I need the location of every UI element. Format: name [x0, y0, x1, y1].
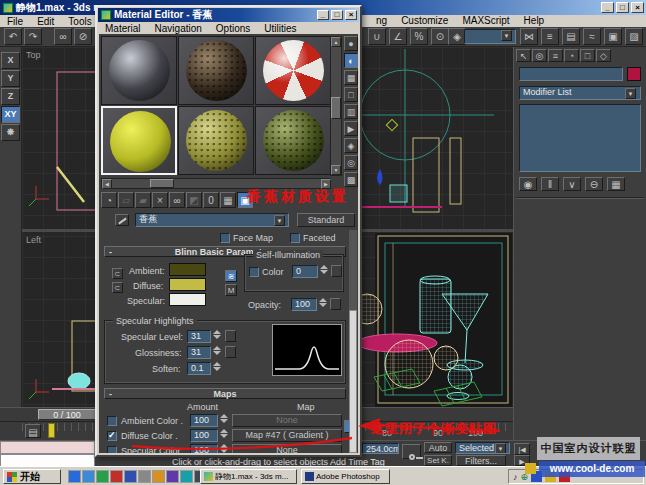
- snap-toggle-icon[interactable]: ∪: [368, 28, 386, 45]
- sample-type-icon[interactable]: ●: [344, 36, 358, 51]
- specular-map-button[interactable]: None: [232, 444, 342, 453]
- angle-snap-icon[interactable]: ∠: [389, 28, 407, 45]
- schematic-view-icon[interactable]: ▣: [604, 28, 622, 45]
- menu-tools[interactable]: Tools: [61, 16, 98, 27]
- menu-options[interactable]: Options: [209, 23, 257, 34]
- sample-slot[interactable]: [178, 36, 254, 105]
- set-key-button[interactable]: Set K.: [424, 455, 452, 466]
- background-icon[interactable]: ▦: [344, 70, 358, 85]
- sample-slot[interactable]: [255, 106, 331, 175]
- sample-slots-vertical-scrollbar[interactable]: ▲ ▼: [330, 36, 342, 176]
- layer-manager-icon[interactable]: ▤: [562, 28, 580, 45]
- configure-modifier-sets-icon[interactable]: ▦: [607, 177, 625, 191]
- opacity-map-button[interactable]: [330, 298, 341, 310]
- menu-file[interactable]: File: [0, 16, 30, 27]
- minimize-icon[interactable]: _: [317, 10, 329, 20]
- glossiness-map-button[interactable]: [225, 346, 236, 358]
- sample-slot-active[interactable]: [101, 106, 177, 175]
- scroll-down-icon[interactable]: ▼: [331, 165, 341, 175]
- time-slider-handle[interactable]: 0 / 100: [38, 409, 96, 420]
- diffuse-amount-spinner[interactable]: [220, 429, 228, 438]
- make-material-copy-icon[interactable]: ∞: [169, 192, 185, 208]
- specular-level-field[interactable]: 31: [187, 330, 211, 343]
- maxscript-listener-pink[interactable]: [0, 441, 95, 454]
- rollout-maps[interactable]: -Maps: [104, 388, 346, 399]
- quick-launch-icon[interactable]: [124, 470, 137, 483]
- sample-slot[interactable]: [178, 106, 254, 175]
- redo-icon[interactable]: ↷: [24, 28, 42, 45]
- diffuse-amount-field[interactable]: 100: [190, 429, 218, 442]
- soften-field[interactable]: 0.1: [187, 362, 211, 375]
- chevron-down-icon[interactable]: ▼: [625, 88, 636, 99]
- hierarchy-tab-icon[interactable]: ≡: [548, 49, 563, 62]
- options-icon[interactable]: ◈: [344, 138, 358, 153]
- opacity-spinner[interactable]: [319, 298, 327, 307]
- remove-modifier-icon[interactable]: ⊖: [585, 177, 603, 191]
- put-to-library-icon[interactable]: ◩: [186, 192, 202, 208]
- percent-snap-icon[interactable]: %: [410, 28, 428, 45]
- auto-key-button[interactable]: Auto: [424, 442, 452, 453]
- material-type-button[interactable]: Standard: [297, 213, 355, 227]
- track-bar-frame-marker[interactable]: [48, 423, 55, 438]
- quick-launch-icon[interactable]: [138, 470, 151, 483]
- scrollbar-thumb[interactable]: [150, 179, 174, 188]
- chevron-down-icon[interactable]: ▼: [274, 215, 285, 226]
- self-illum-spinner[interactable]: [320, 265, 328, 274]
- render-setup-icon[interactable]: ▨: [625, 28, 643, 45]
- chevron-down-icon[interactable]: ▼: [501, 30, 512, 41]
- material-editor-titlebar[interactable]: Material Editor - 香蕉 _ □ ×: [98, 8, 359, 22]
- video-color-check-icon[interactable]: ▥: [344, 104, 358, 119]
- display-tab-icon[interactable]: □: [580, 49, 595, 62]
- create-tab-icon[interactable]: ↖: [516, 49, 531, 62]
- ambient-diffuse-lock-button[interactable]: ≋: [225, 270, 237, 282]
- diffuse-map-shortcut-button[interactable]: M: [225, 284, 237, 296]
- ambient-color-map-checkbox[interactable]: [107, 416, 117, 426]
- menu-maxscript[interactable]: MAXScript: [455, 15, 516, 26]
- scrollbar-thumb[interactable]: [331, 97, 341, 119]
- sample-uv-tiling-icon[interactable]: □: [344, 87, 358, 102]
- mirror-icon[interactable]: ⋈: [520, 28, 538, 45]
- modify-tab-icon[interactable]: ◎: [532, 49, 547, 62]
- specular-level-spinner[interactable]: [213, 330, 221, 339]
- opacity-value-field[interactable]: 100: [291, 298, 317, 311]
- diffuse-color-map-checkbox[interactable]: [107, 431, 117, 441]
- assign-material-to-selection-icon[interactable]: ▰: [135, 192, 151, 208]
- snaps-use-axis-icon[interactable]: ❋: [1, 124, 20, 141]
- curve-editor-icon[interactable]: ≈: [583, 28, 601, 45]
- key-filters-button[interactable]: Filters...: [456, 455, 506, 466]
- material-id-channel-icon[interactable]: 0: [203, 192, 219, 208]
- specular-amount-field[interactable]: 100: [190, 444, 218, 453]
- reset-map-icon[interactable]: ×: [152, 192, 168, 208]
- self-illum-value-field[interactable]: 0: [292, 265, 318, 278]
- lock-ambient-diffuse-icon[interactable]: ⊂: [112, 268, 123, 279]
- taskbar-item-photoshop[interactable]: Adobe Photoshop: [301, 469, 390, 484]
- object-name-field[interactable]: [519, 67, 623, 81]
- coordinate-display[interactable]: 254.0cm: [362, 443, 399, 454]
- specular-level-map-button[interactable]: [225, 330, 236, 342]
- sample-slot[interactable]: [101, 36, 177, 105]
- sample-slot[interactable]: [255, 36, 331, 105]
- faceted-checkbox[interactable]: [290, 233, 300, 243]
- quick-launch-icon[interactable]: [166, 470, 179, 483]
- specular-amount-spinner[interactable]: [220, 444, 228, 453]
- align-icon[interactable]: ≡: [541, 28, 559, 45]
- restrict-z-button[interactable]: Z: [1, 88, 20, 105]
- maximize-icon[interactable]: □: [616, 2, 629, 13]
- undo-icon[interactable]: ↶: [4, 28, 22, 45]
- go-to-start-icon[interactable]: |◀: [514, 443, 530, 455]
- menu-help[interactable]: Help: [517, 15, 552, 26]
- material-name-dropdown[interactable]: 香蕉 ▼: [135, 213, 289, 227]
- menu-rendering-partial[interactable]: ng: [369, 15, 394, 26]
- ambient-color-swatch[interactable]: [169, 263, 206, 276]
- unlink-selection-icon[interactable]: ⊘: [74, 28, 92, 45]
- modifier-stack-list[interactable]: [519, 104, 641, 172]
- motion-tab-icon[interactable]: ◔: [564, 49, 579, 62]
- modifier-list-dropdown[interactable]: Modifier List ▼: [519, 86, 641, 100]
- material-map-navigator-icon[interactable]: ▩: [344, 172, 358, 187]
- face-map-checkbox[interactable]: [220, 233, 230, 243]
- scroll-left-icon[interactable]: ◀: [102, 179, 112, 189]
- make-preview-icon[interactable]: ▶: [344, 121, 358, 136]
- select-by-material-icon[interactable]: ◎: [344, 155, 358, 170]
- lock-diffuse-specular-icon[interactable]: ⊂: [112, 282, 123, 293]
- selection-filter-dropdown[interactable]: Selected ▼: [455, 442, 510, 454]
